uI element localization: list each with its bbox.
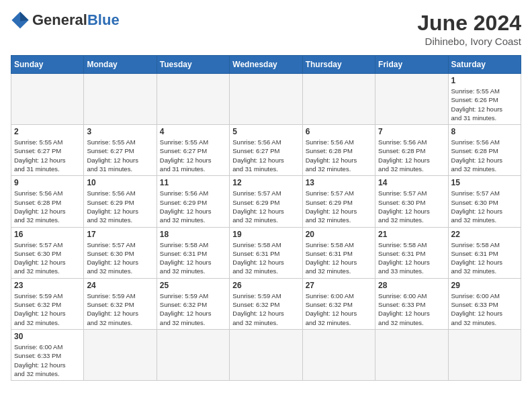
day-number: 10 — [87, 178, 153, 187]
day-number: 19 — [232, 230, 299, 239]
day-info: Sunrise: 5:57 AM Sunset: 6:30 PM Dayligh… — [451, 189, 518, 224]
day-number: 21 — [378, 230, 445, 239]
week-row-4: 16Sunrise: 5:57 AM Sunset: 6:30 PM Dayli… — [11, 227, 521, 278]
day-info: Sunrise: 5:57 AM Sunset: 6:29 PM Dayligh… — [306, 189, 372, 224]
day-header-sunday: Sunday — [11, 56, 84, 74]
calendar-cell: 3Sunrise: 5:55 AM Sunset: 6:27 PM Daylig… — [84, 125, 157, 176]
week-row-6: 30Sunrise: 6:00 AM Sunset: 6:33 PM Dayli… — [11, 329, 521, 380]
day-info: Sunrise: 5:55 AM Sunset: 6:27 PM Dayligh… — [14, 138, 81, 173]
calendar-cell: 22Sunrise: 5:58 AM Sunset: 6:31 PM Dayli… — [448, 227, 521, 278]
calendar-cell: 14Sunrise: 5:57 AM Sunset: 6:30 PM Dayli… — [375, 176, 448, 227]
calendar-cell: 13Sunrise: 5:57 AM Sunset: 6:29 PM Dayli… — [302, 176, 375, 227]
day-number: 22 — [451, 230, 518, 239]
day-info: Sunrise: 5:57 AM Sunset: 6:29 PM Dayligh… — [232, 189, 299, 224]
calendar-cell: 7Sunrise: 5:56 AM Sunset: 6:28 PM Daylig… — [375, 125, 448, 176]
day-info: Sunrise: 5:56 AM Sunset: 6:28 PM Dayligh… — [451, 138, 518, 173]
calendar-cell: 27Sunrise: 6:00 AM Sunset: 6:32 PM Dayli… — [302, 278, 375, 329]
calendar-cell: 18Sunrise: 5:58 AM Sunset: 6:31 PM Dayli… — [157, 227, 229, 278]
calendar-cell — [84, 329, 157, 380]
day-number: 13 — [306, 178, 372, 187]
calendar-cell — [375, 74, 448, 125]
day-number: 25 — [160, 281, 226, 290]
day-number: 5 — [232, 127, 299, 136]
day-number: 24 — [87, 281, 153, 290]
calendar-cell: 26Sunrise: 5:59 AM Sunset: 6:32 PM Dayli… — [230, 278, 302, 329]
header-row: SundayMondayTuesdayWednesdayThursdayFrid… — [11, 56, 521, 74]
calendar-cell: 6Sunrise: 5:56 AM Sunset: 6:28 PM Daylig… — [302, 125, 375, 176]
week-row-3: 9Sunrise: 5:56 AM Sunset: 6:28 PM Daylig… — [11, 176, 521, 227]
calendar-cell: 16Sunrise: 5:57 AM Sunset: 6:30 PM Dayli… — [11, 227, 84, 278]
week-row-1: 1Sunrise: 5:55 AM Sunset: 6:26 PM Daylig… — [11, 74, 521, 125]
day-number: 27 — [306, 281, 372, 290]
calendar-cell: 9Sunrise: 5:56 AM Sunset: 6:28 PM Daylig… — [11, 176, 84, 227]
calendar-cell — [84, 74, 157, 125]
day-number: 8 — [451, 127, 518, 136]
calendar-cell: 17Sunrise: 5:57 AM Sunset: 6:30 PM Dayli… — [84, 227, 157, 278]
day-number: 15 — [451, 178, 518, 187]
day-info: Sunrise: 6:00 AM Sunset: 6:33 PM Dayligh… — [451, 291, 518, 327]
calendar-cell: 10Sunrise: 5:56 AM Sunset: 6:29 PM Dayli… — [84, 176, 157, 227]
calendar-cell — [302, 329, 375, 380]
day-info: Sunrise: 5:59 AM Sunset: 6:32 PM Dayligh… — [14, 291, 81, 327]
day-number: 9 — [14, 178, 81, 187]
calendar-cell: 19Sunrise: 5:58 AM Sunset: 6:31 PM Dayli… — [230, 227, 302, 278]
calendar-cell: 25Sunrise: 5:59 AM Sunset: 6:32 PM Dayli… — [157, 278, 229, 329]
day-number: 4 — [160, 127, 226, 136]
day-info: Sunrise: 5:58 AM Sunset: 6:31 PM Dayligh… — [378, 240, 445, 276]
calendar-cell: 21Sunrise: 5:58 AM Sunset: 6:31 PM Dayli… — [375, 227, 448, 278]
day-number: 14 — [378, 178, 445, 187]
calendar-cell — [230, 74, 302, 125]
calendar-cell — [230, 329, 302, 380]
day-info: Sunrise: 5:59 AM Sunset: 6:32 PM Dayligh… — [232, 291, 299, 327]
calendar-title: June 2024 — [417, 11, 521, 36]
calendar-table: SundayMondayTuesdayWednesdayThursdayFrid… — [11, 55, 521, 381]
day-info: Sunrise: 5:58 AM Sunset: 6:31 PM Dayligh… — [232, 240, 299, 276]
calendar-cell: 1Sunrise: 5:55 AM Sunset: 6:26 PM Daylig… — [448, 74, 521, 125]
calendar-cell: 24Sunrise: 5:59 AM Sunset: 6:32 PM Dayli… — [84, 278, 157, 329]
day-info: Sunrise: 5:57 AM Sunset: 6:30 PM Dayligh… — [14, 240, 81, 276]
calendar-cell: 15Sunrise: 5:57 AM Sunset: 6:30 PM Dayli… — [448, 176, 521, 227]
day-header-monday: Monday — [84, 56, 157, 74]
day-number: 16 — [14, 230, 81, 239]
day-info: Sunrise: 5:56 AM Sunset: 6:28 PM Dayligh… — [306, 138, 372, 173]
day-info: Sunrise: 5:55 AM Sunset: 6:26 PM Dayligh… — [451, 87, 518, 122]
calendar-cell: 5Sunrise: 5:56 AM Sunset: 6:27 PM Daylig… — [230, 125, 302, 176]
day-info: Sunrise: 5:59 AM Sunset: 6:32 PM Dayligh… — [160, 291, 226, 327]
calendar-cell — [157, 329, 229, 380]
day-number: 1 — [451, 76, 518, 85]
logo-text: GeneralBlue — [32, 11, 120, 29]
calendar-cell: 20Sunrise: 5:58 AM Sunset: 6:31 PM Dayli… — [302, 227, 375, 278]
day-number: 2 — [14, 127, 81, 136]
day-info: Sunrise: 5:56 AM Sunset: 6:27 PM Dayligh… — [232, 138, 299, 173]
day-number: 12 — [232, 178, 299, 187]
day-number: 26 — [232, 281, 299, 290]
day-header-saturday: Saturday — [448, 56, 521, 74]
day-info: Sunrise: 5:55 AM Sunset: 6:27 PM Dayligh… — [87, 138, 153, 173]
day-info: Sunrise: 6:00 AM Sunset: 6:33 PM Dayligh… — [14, 342, 81, 378]
calendar-cell: 11Sunrise: 5:56 AM Sunset: 6:29 PM Dayli… — [157, 176, 229, 227]
day-info: Sunrise: 5:59 AM Sunset: 6:32 PM Dayligh… — [87, 291, 153, 327]
day-number: 29 — [451, 281, 518, 290]
day-number: 17 — [87, 230, 153, 239]
day-info: Sunrise: 5:56 AM Sunset: 6:28 PM Dayligh… — [14, 189, 81, 224]
calendar-cell: 23Sunrise: 5:59 AM Sunset: 6:32 PM Dayli… — [11, 278, 84, 329]
calendar-subtitle: Dihinebo, Ivory Coast — [417, 36, 521, 47]
day-number: 28 — [378, 281, 445, 290]
day-number: 18 — [160, 230, 226, 239]
day-info: Sunrise: 5:58 AM Sunset: 6:31 PM Dayligh… — [160, 240, 226, 276]
calendar-header: SundayMondayTuesdayWednesdayThursdayFrid… — [11, 56, 521, 74]
svg-marker-1 — [20, 11, 29, 21]
general-blue-logo-icon — [11, 11, 30, 30]
calendar-cell — [448, 329, 521, 380]
week-row-2: 2Sunrise: 5:55 AM Sunset: 6:27 PM Daylig… — [11, 125, 521, 176]
day-header-tuesday: Tuesday — [157, 56, 229, 74]
calendar-cell: 2Sunrise: 5:55 AM Sunset: 6:27 PM Daylig… — [11, 125, 84, 176]
calendar-cell — [11, 74, 84, 125]
day-number: 3 — [87, 127, 153, 136]
day-info: Sunrise: 5:56 AM Sunset: 6:29 PM Dayligh… — [87, 189, 153, 224]
day-header-wednesday: Wednesday — [230, 56, 302, 74]
calendar-body: 1Sunrise: 5:55 AM Sunset: 6:26 PM Daylig… — [11, 74, 521, 381]
day-info: Sunrise: 5:58 AM Sunset: 6:31 PM Dayligh… — [306, 240, 372, 276]
day-number: 20 — [306, 230, 372, 239]
day-info: Sunrise: 5:56 AM Sunset: 6:28 PM Dayligh… — [378, 138, 445, 173]
